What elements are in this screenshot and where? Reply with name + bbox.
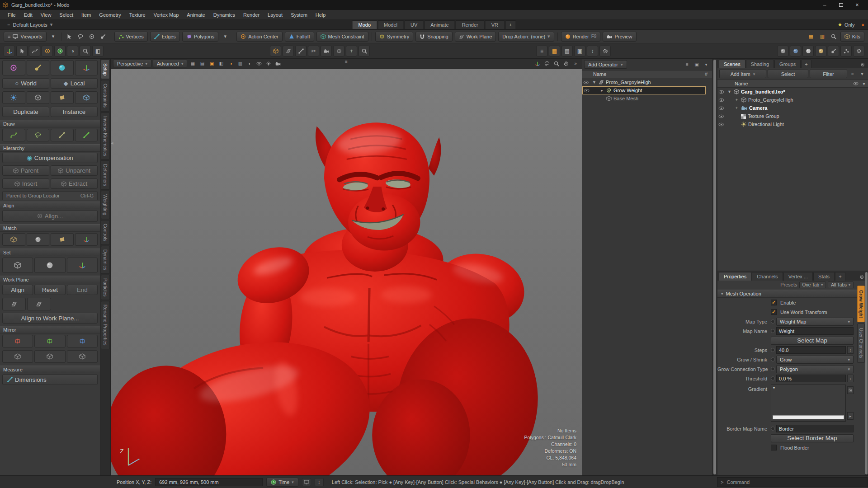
add-properties-tab-button[interactable]: + bbox=[835, 272, 845, 281]
zero-tool-button[interactable] bbox=[2, 91, 25, 104]
gradient-editor[interactable]: ▾ bbox=[771, 385, 846, 422]
threshold-minislider-icon[interactable]: ↕ bbox=[847, 375, 854, 382]
corner-close-icon[interactable]: × bbox=[862, 22, 864, 28]
grid-plane-icon[interactable] bbox=[283, 46, 294, 56]
vtab-dynamics[interactable]: Dynamics bbox=[101, 246, 110, 274]
menu-dynamics[interactable]: Dynamics bbox=[209, 11, 239, 19]
insert-button[interactable]: Insert bbox=[2, 178, 49, 189]
expander-icon[interactable]: ▼ bbox=[727, 89, 732, 94]
border-map-input[interactable] bbox=[776, 425, 854, 432]
tab-model[interactable]: Model bbox=[377, 20, 404, 29]
gradient-options-icon[interactable] bbox=[847, 386, 854, 394]
toggle-symmetry-icon[interactable]: ▥ bbox=[236, 60, 244, 67]
mesh-op-row-base-mesh[interactable]: Base Mesh bbox=[582, 94, 712, 103]
panel-collapse-arrow-icon[interactable]: ◂ bbox=[111, 140, 113, 146]
tab-vertex[interactable]: Vertex ... bbox=[783, 272, 813, 281]
layout-switch-icon[interactable]: ▾ bbox=[49, 32, 58, 41]
scrollbar-thumb[interactable] bbox=[713, 60, 716, 474]
section-measure[interactable]: Measure bbox=[0, 366, 100, 373]
render-button[interactable]: Render F9 bbox=[561, 32, 601, 42]
find-tool-icon[interactable] bbox=[359, 46, 370, 56]
rotate-sphere-button[interactable] bbox=[51, 60, 74, 75]
scene-render[interactable]: Z bbox=[111, 69, 582, 475]
toggle-deformers-icon[interactable]: ◑ bbox=[226, 60, 235, 67]
preview-button[interactable]: Preview bbox=[603, 32, 636, 42]
parent-to-group-button[interactable]: Parent to Group Locator Ctrl-G bbox=[2, 191, 98, 200]
add-operator-dropdown[interactable]: Add Operator ▾ bbox=[584, 60, 627, 69]
mesh-ops-scrollbar[interactable] bbox=[712, 59, 717, 475]
tab-animate[interactable]: Animate bbox=[424, 20, 455, 29]
symmetry-button[interactable]: Symmetry bbox=[375, 32, 414, 42]
expander-icon[interactable]: ▼ bbox=[592, 80, 597, 84]
list-view-icon[interactable]: ≡ bbox=[536, 46, 547, 56]
slice-tool-icon[interactable] bbox=[295, 46, 307, 56]
menu-view[interactable]: View bbox=[37, 11, 56, 19]
visibility-eye-icon[interactable] bbox=[717, 90, 725, 94]
era-gear-icon[interactable] bbox=[853, 46, 864, 56]
shading-flat-icon[interactable] bbox=[802, 46, 814, 56]
tab-render[interactable]: Render bbox=[456, 20, 485, 29]
item-row-directional-light[interactable]: Directional Light bbox=[717, 120, 868, 128]
instance-button[interactable]: Instance bbox=[51, 107, 98, 117]
expand-plus-icon[interactable]: + bbox=[734, 98, 739, 102]
select-tool-icon[interactable] bbox=[16, 46, 28, 56]
draw-curve-button[interactable] bbox=[2, 129, 25, 141]
menu-texture[interactable]: Texture bbox=[125, 11, 150, 19]
set-rotation-button[interactable] bbox=[34, 258, 65, 273]
maximize-button[interactable] bbox=[833, 0, 849, 10]
side-tab-grow-weight[interactable]: Grow Weight bbox=[857, 286, 865, 322]
mirror-local-z-button[interactable] bbox=[67, 350, 98, 363]
history-tool-icon[interactable] bbox=[54, 46, 66, 56]
add-list-tab-button[interactable]: + bbox=[801, 60, 811, 68]
items-mode-icon[interactable]: ▾ bbox=[221, 32, 230, 41]
only-toggle[interactable]: ★ Only × bbox=[838, 22, 864, 28]
list-collapse-icon[interactable]: ▾ bbox=[858, 70, 866, 78]
list-options-gear-icon[interactable] bbox=[859, 61, 867, 68]
pen-tool-icon[interactable] bbox=[29, 46, 40, 56]
align-button[interactable]: Align... bbox=[2, 210, 98, 222]
menu-layout[interactable]: Layout bbox=[264, 11, 287, 19]
layout-columns-icon[interactable]: ▥ bbox=[818, 32, 827, 41]
visibility-eye-icon[interactable] bbox=[717, 122, 725, 127]
workplane-end-button[interactable]: End bbox=[67, 285, 98, 295]
tab-stats[interactable]: Stats bbox=[813, 272, 835, 281]
draw-polyline-button[interactable] bbox=[51, 129, 74, 141]
envelope-dot[interactable] bbox=[771, 427, 775, 431]
item-row-texture-group[interactable]: Texture Group bbox=[717, 112, 868, 120]
viewport-splitter-handle[interactable]: ≡ bbox=[345, 59, 348, 64]
properties-scrollbar[interactable] bbox=[865, 271, 868, 475]
mirror-z-button[interactable] bbox=[67, 335, 98, 347]
duplicate-button[interactable]: Duplicate bbox=[2, 107, 49, 117]
vtab-controls[interactable]: Controls bbox=[101, 220, 110, 245]
select-map-button[interactable]: Select Map bbox=[771, 337, 854, 345]
align-to-workplane-button[interactable]: Align to Work Plane... bbox=[2, 313, 98, 324]
stack-list-icon[interactable]: ≡ bbox=[683, 61, 691, 68]
spray-icon[interactable] bbox=[840, 46, 852, 56]
expand-all-icon[interactable]: ▤ bbox=[561, 46, 573, 56]
add-item-dropdown[interactable]: Add Item ▾ bbox=[719, 70, 766, 78]
snapping-button[interactable]: Snapping bbox=[415, 32, 453, 42]
grow-connection-dropdown[interactable]: Polygon ▾ bbox=[776, 365, 854, 373]
vtab-weighting[interactable]: Weighting bbox=[101, 191, 110, 219]
tab-uv[interactable]: UV bbox=[404, 20, 424, 29]
paint-brush-icon[interactable] bbox=[828, 46, 839, 56]
steps-minislider-icon[interactable]: ↕ bbox=[847, 346, 854, 354]
mirror-local-y-button[interactable] bbox=[34, 350, 65, 363]
side-tab-user-channels[interactable]: User Channels bbox=[857, 324, 865, 362]
falloff-tool-icon[interactable]: ◑ bbox=[67, 46, 78, 56]
envelope-dot[interactable] bbox=[771, 376, 775, 380]
item-cube-icon[interactable] bbox=[270, 46, 281, 56]
shading-default-icon[interactable] bbox=[777, 46, 788, 56]
pivot-tool-button[interactable] bbox=[2, 60, 25, 75]
menu-geometry[interactable]: Geometry bbox=[95, 11, 125, 19]
dimensions-button[interactable]: Dimensions bbox=[2, 374, 98, 385]
menu-edit[interactable]: Edit bbox=[20, 11, 37, 19]
paint-select-icon[interactable] bbox=[99, 32, 108, 41]
tab-vr[interactable]: VR bbox=[485, 20, 505, 29]
workplane-reset-button[interactable]: Reset bbox=[34, 285, 65, 295]
command-bar[interactable]: > Command bbox=[717, 477, 868, 487]
envelope-dot[interactable] bbox=[771, 319, 775, 324]
visibility-eye-icon[interactable] bbox=[583, 89, 590, 93]
toggle-camera-icon[interactable] bbox=[274, 60, 282, 67]
menu-system[interactable]: System bbox=[287, 11, 311, 19]
